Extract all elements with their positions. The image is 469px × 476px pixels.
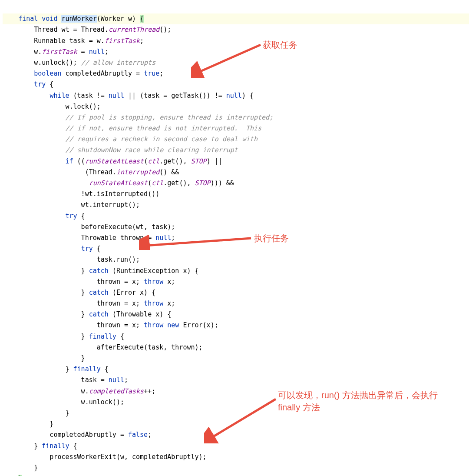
keyword-void: void bbox=[42, 15, 57, 23]
code-line: } catch (Throwable x) { bbox=[3, 310, 171, 318]
code-line: // shutdownNow race while clearing inter… bbox=[3, 146, 238, 154]
annotation-execute-task: 执行任务 bbox=[254, 233, 289, 244]
code-line: thrown = x; throw new Error(x); bbox=[3, 321, 218, 329]
code-line: } bbox=[3, 464, 38, 472]
code-line: beforeExecute(wt, task); bbox=[3, 223, 175, 231]
code-line: boolean completedAbruptly = true; bbox=[3, 70, 163, 77]
code-line: } finally { bbox=[3, 333, 124, 340]
code-line: afterExecute(task, thrown); bbox=[3, 343, 203, 351]
brace-highlight: { bbox=[140, 15, 144, 23]
code-line: thrown = x; throw x; bbox=[3, 278, 175, 286]
code-line: runStateAtLeast(ctl.get(), STOP))) && bbox=[3, 179, 234, 187]
code-line: while (task != null || (task = getTask()… bbox=[3, 92, 254, 100]
code-line: // If pool is stopping, ensure thread is… bbox=[3, 113, 273, 121]
code-line: processWorkerExit(w, completedAbruptly); bbox=[3, 453, 207, 461]
code-line: task.run(); bbox=[3, 256, 140, 263]
code-line: } catch (RuntimeException x) { bbox=[3, 267, 199, 275]
code-line: !wt.isInterrupted()) bbox=[3, 190, 159, 198]
method-name-highlight: runWorker bbox=[61, 15, 96, 23]
code-line: } finally { bbox=[3, 365, 109, 373]
annotation-finally-explanation: 可以发现，run() 方法抛出异常后，会执行 finally 方法 bbox=[278, 389, 452, 413]
code-line: } catch (Error x) { bbox=[3, 289, 155, 296]
code-line: (Thread.interrupted() && bbox=[3, 168, 179, 176]
code-line: // if not, ensure thread is not interrup… bbox=[3, 124, 261, 132]
code-line: thrown = x; throw x; bbox=[3, 300, 175, 307]
code-line: w.firstTask = null; bbox=[3, 48, 109, 56]
code-line: w.unlock(); bbox=[3, 398, 124, 406]
code-line: w.unlock(); // allow interrupts bbox=[3, 59, 155, 67]
code-line: } bbox=[3, 354, 85, 362]
annotation-get-task: 获取任务 bbox=[263, 39, 297, 51]
code-line: w.completedTasks++; bbox=[3, 387, 155, 395]
code-line: completedAbruptly = false; bbox=[3, 431, 152, 439]
method-params: (Worker w) bbox=[97, 15, 140, 23]
highlighted-line: final void runWorker(Worker w) { bbox=[3, 13, 469, 24]
code-line: try { bbox=[3, 245, 101, 253]
code-line: Throwable thrown = null; bbox=[3, 234, 175, 242]
code-line: } finally { bbox=[3, 442, 77, 450]
code-line: } bbox=[3, 409, 69, 417]
code-line: try { bbox=[3, 80, 53, 88]
code-line: try { bbox=[3, 212, 85, 220]
code-line: Thread wt = Thread.currentThread(); bbox=[3, 26, 171, 33]
code-line: Runnable task = w.firstTask; bbox=[3, 37, 144, 45]
code-line: task = null; bbox=[3, 376, 128, 384]
code-line: wt.interrupt(); bbox=[3, 201, 140, 209]
code-line: } bbox=[3, 420, 53, 428]
code-line: w.lock(); bbox=[3, 103, 101, 110]
code-line: // requires a recheck in second case to … bbox=[3, 135, 258, 143]
keyword-final: final bbox=[18, 15, 38, 23]
code-line: if ((runStateAtLeast(ctl.get(), STOP) || bbox=[3, 157, 222, 165]
